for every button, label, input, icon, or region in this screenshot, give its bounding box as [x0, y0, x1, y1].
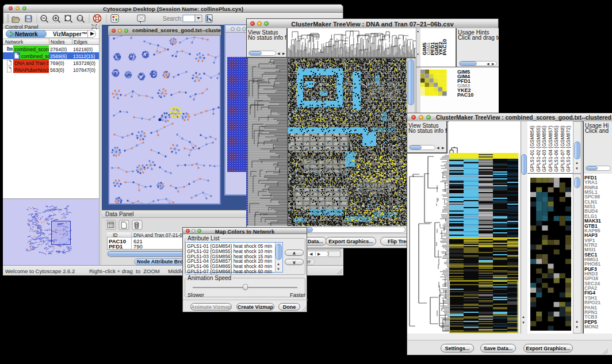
svg-text:1:1: 1:1 [78, 17, 83, 20]
svg-text:Search:: Search: [163, 16, 182, 22]
